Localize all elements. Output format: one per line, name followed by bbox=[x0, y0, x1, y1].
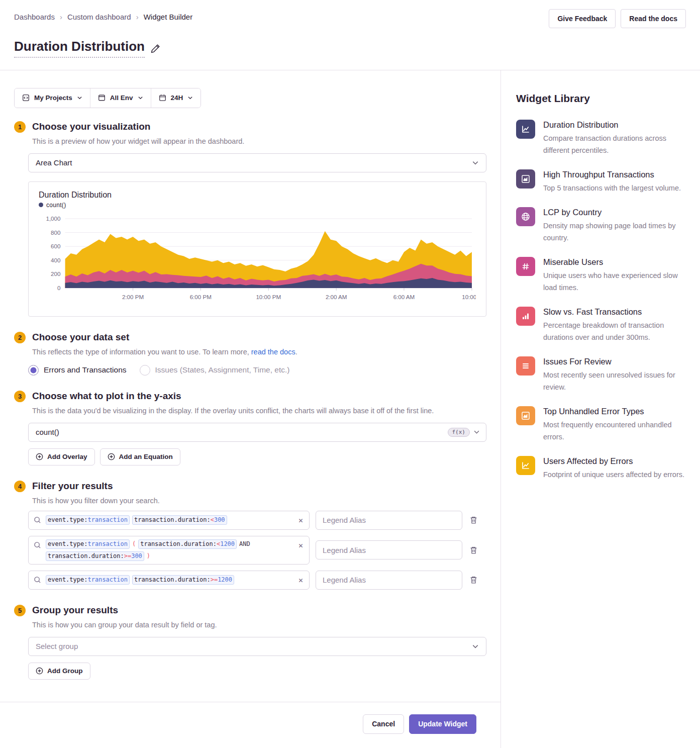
widget-library-item-desc: Compare transaction durations across dif… bbox=[543, 132, 686, 156]
widget-library-item[interactable]: Users Affected by ErrorsFootprint of uni… bbox=[516, 456, 686, 481]
filter-token[interactable]: transaction.duration:>=300 bbox=[46, 551, 144, 561]
step-subtitle: This is a preview of how your widget wil… bbox=[32, 137, 486, 145]
legend-alias-input[interactable] bbox=[316, 511, 462, 530]
widget-library-item[interactable]: LCP by CountryDensity map showing page l… bbox=[516, 207, 686, 244]
filter-paren-token[interactable]: ) bbox=[147, 552, 150, 560]
read-the-docs-button[interactable]: Read the docs bbox=[621, 9, 686, 28]
filter-search-input[interactable]: event.type:transactiontransaction.durati… bbox=[28, 511, 310, 530]
widget-library-item-name: Duration Distribution bbox=[543, 120, 686, 130]
filter-paren-token[interactable]: ( bbox=[132, 540, 136, 548]
widget-library-item[interactable]: Issues For ReviewMost recently seen unre… bbox=[516, 356, 686, 393]
time-range-filter-dropdown[interactable]: 24H bbox=[151, 88, 201, 108]
chevron-down-icon bbox=[77, 95, 82, 101]
clear-search-button[interactable]: ✕ bbox=[297, 576, 304, 585]
legend-label: count() bbox=[46, 202, 66, 209]
filter-token[interactable]: event.type:transaction bbox=[46, 515, 130, 525]
delete-filter-button[interactable] bbox=[468, 545, 479, 555]
chart-bar-icon bbox=[516, 307, 535, 326]
step-title: Choose what to plot in the y-axis bbox=[32, 391, 181, 402]
page-filter-bar: My Projects All Env 24H bbox=[14, 88, 201, 108]
dataset-radio-issues[interactable]: Issues (States, Assignment, Time, etc.) bbox=[140, 365, 290, 376]
step-number-badge: 3 bbox=[14, 391, 26, 402]
trash-icon bbox=[469, 546, 478, 554]
widget-library-item-name: Issues For Review bbox=[543, 357, 686, 366]
widget-library-item-desc: Footprint of unique users affected by er… bbox=[543, 469, 684, 481]
clear-search-button[interactable]: ✕ bbox=[297, 516, 304, 525]
step-title: Group your results bbox=[32, 605, 118, 616]
step-filter-results: 4 Filter your results This is how you fi… bbox=[14, 481, 486, 590]
breadcrumb-current: Widget Builder bbox=[144, 13, 193, 21]
svg-text:2:00 AM: 2:00 AM bbox=[326, 294, 347, 300]
projects-filter-dropdown[interactable]: My Projects bbox=[15, 88, 90, 108]
environment-filter-dropdown[interactable]: All Env bbox=[90, 88, 151, 108]
widget-library-item-desc: Most frequently encountered unhandled er… bbox=[543, 419, 686, 443]
dataset-radio-errors-transactions[interactable]: Errors and Transactions bbox=[28, 365, 127, 376]
page-header: Dashboards › Custom dashboard › Widget B… bbox=[0, 0, 700, 58]
filter-token[interactable]: transaction.duration:<300 bbox=[132, 515, 227, 525]
add-equation-button[interactable]: Add an Equation bbox=[100, 448, 180, 465]
environment-filter-label: All Env bbox=[110, 94, 133, 102]
widget-library-item[interactable]: Top Unhandled Error TypesMost frequently… bbox=[516, 406, 686, 443]
visualization-type-select[interactable]: Area Chart bbox=[28, 153, 486, 172]
search-icon bbox=[34, 576, 41, 584]
update-widget-button[interactable]: Update Widget bbox=[409, 714, 476, 734]
filter-row: event.type:transaction(transaction.durat… bbox=[28, 536, 486, 565]
delete-filter-button[interactable] bbox=[468, 515, 479, 525]
radio-unselected-icon bbox=[140, 365, 150, 376]
widget-library-item-desc: Density map showing page load times by c… bbox=[543, 220, 686, 244]
widget-library-item[interactable]: High Throughput TransactionsTop 5 transa… bbox=[516, 169, 686, 194]
svg-text:0: 0 bbox=[57, 285, 60, 291]
give-feedback-button[interactable]: Give Feedback bbox=[549, 9, 616, 28]
y-axis-function-field[interactable]: count() f(x) bbox=[28, 423, 486, 442]
radio-selected-icon bbox=[28, 365, 39, 376]
step-title: Filter your results bbox=[32, 481, 113, 492]
trash-icon bbox=[469, 576, 478, 584]
time-range-filter-label: 24H bbox=[171, 94, 183, 102]
step-number-badge: 2 bbox=[14, 332, 26, 343]
filter-token[interactable]: event.type:transaction bbox=[46, 575, 130, 585]
circle-plus-icon bbox=[108, 453, 115, 460]
read-the-docs-link[interactable]: read the docs bbox=[251, 348, 295, 356]
chart-area-icon bbox=[516, 406, 535, 425]
function-select-toggle[interactable]: f(x) bbox=[448, 428, 480, 437]
widget-library-item-name: High Throughput Transactions bbox=[543, 170, 681, 179]
circle-plus-icon bbox=[36, 453, 43, 460]
widget-library-item[interactable]: Slow vs. Fast TransactionsPercentage bre… bbox=[516, 307, 686, 343]
add-overlay-button[interactable]: Add Overlay bbox=[28, 448, 95, 465]
breadcrumb-link-custom-dashboard[interactable]: Custom dashboard bbox=[67, 13, 131, 21]
filter-search-input[interactable]: event.type:transaction(transaction.durat… bbox=[28, 536, 310, 565]
widget-library-item[interactable]: Duration DistributionCompare transaction… bbox=[516, 120, 686, 156]
legend-alias-input[interactable] bbox=[316, 540, 462, 559]
clear-search-button[interactable]: ✕ bbox=[297, 541, 304, 550]
delete-filter-button[interactable] bbox=[468, 575, 479, 585]
search-icon bbox=[34, 516, 41, 524]
edit-title-icon[interactable] bbox=[151, 44, 160, 53]
search-icon bbox=[34, 541, 41, 549]
filter-row: event.type:transactiontransaction.durati… bbox=[28, 511, 486, 530]
form-actions: Cancel Update Widget bbox=[0, 702, 501, 748]
step-group-results: 5 Group your results This is how you can… bbox=[14, 605, 486, 680]
widget-library-item[interactable]: Miserable UsersUnique users who have exp… bbox=[516, 257, 686, 294]
chevron-down-icon bbox=[138, 95, 143, 101]
group-select[interactable]: Select group bbox=[28, 637, 486, 656]
filter-token[interactable]: transaction.duration:>=1200 bbox=[132, 575, 234, 585]
cancel-button[interactable]: Cancel bbox=[363, 714, 404, 734]
widget-library-item-name: Users Affected by Errors bbox=[543, 456, 684, 466]
environment-icon bbox=[98, 94, 106, 102]
filter-boolean-token[interactable]: AND bbox=[239, 540, 250, 548]
svg-text:400: 400 bbox=[51, 257, 60, 263]
list-icon bbox=[516, 356, 535, 376]
breadcrumb-link-dashboards[interactable]: Dashboards bbox=[14, 13, 55, 21]
radio-label: Issues (States, Assignment, Time, etc.) bbox=[155, 365, 290, 375]
filter-token[interactable]: transaction.duration:<1200 bbox=[138, 539, 237, 549]
widget-library-item-name: Miserable Users bbox=[543, 257, 686, 267]
filter-rows: event.type:transactiontransaction.durati… bbox=[28, 511, 486, 590]
svg-text:800: 800 bbox=[51, 229, 60, 235]
legend-alias-input[interactable] bbox=[316, 571, 462, 590]
hash-icon bbox=[516, 257, 535, 276]
add-group-button[interactable]: Add Group bbox=[28, 663, 90, 680]
filter-token[interactable]: event.type:transaction bbox=[46, 539, 130, 549]
filter-search-input[interactable]: event.type:transactiontransaction.durati… bbox=[28, 571, 310, 590]
step-subtitle: This is the data you'd be visualizing in… bbox=[32, 407, 486, 415]
filter-row: event.type:transactiontransaction.durati… bbox=[28, 571, 486, 590]
